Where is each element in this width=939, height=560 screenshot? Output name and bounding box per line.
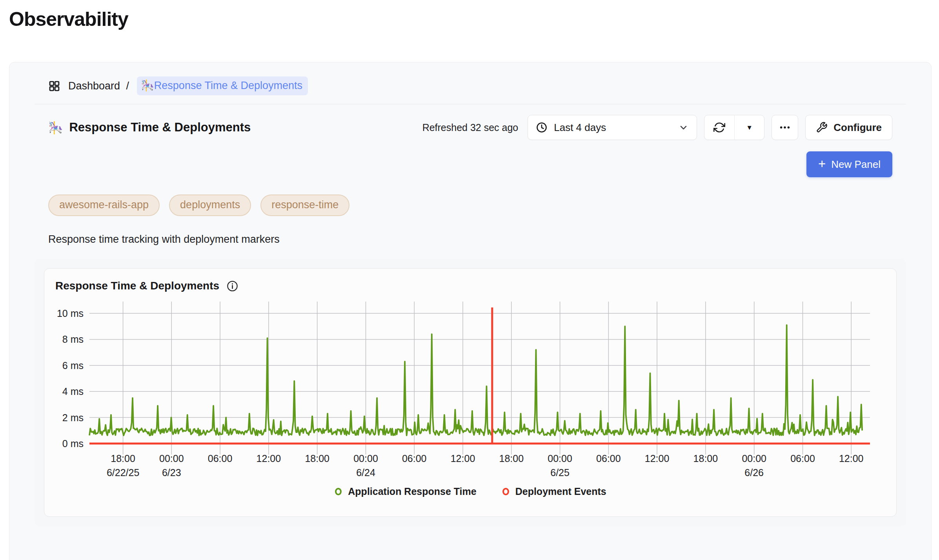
svg-text:0 ms: 0 ms bbox=[62, 438, 84, 449]
svg-text:6/24: 6/24 bbox=[356, 467, 375, 478]
dashboard-description: Response time tracking with deployment m… bbox=[48, 233, 892, 245]
svg-text:8 ms: 8 ms bbox=[62, 334, 84, 345]
breadcrumb-dashboard-link[interactable]: Dashboard / bbox=[68, 80, 129, 92]
svg-text:06:00: 06:00 bbox=[208, 453, 233, 464]
chart-title: Response Time & Deployments bbox=[55, 280, 219, 292]
svg-text:00:00: 00:00 bbox=[742, 453, 766, 464]
breadcrumb: Dashboard / 🎠 Response Time & Deployment… bbox=[48, 76, 892, 95]
tag-pill[interactable]: deployments bbox=[169, 195, 251, 216]
svg-text:4 ms: 4 ms bbox=[62, 386, 84, 397]
svg-text:12:00: 12:00 bbox=[839, 453, 864, 464]
svg-text:06:00: 06:00 bbox=[596, 453, 621, 464]
plus-icon: + bbox=[818, 156, 826, 171]
refresh-options-button[interactable]: ▼ bbox=[734, 115, 764, 140]
info-icon[interactable] bbox=[226, 280, 238, 292]
header-controls: Refreshed 32 sec ago Last 4 days bbox=[422, 115, 892, 140]
new-panel-label: New Panel bbox=[831, 158, 881, 171]
new-panel-button[interactable]: + New Panel bbox=[806, 151, 892, 177]
svg-text:06:00: 06:00 bbox=[402, 453, 427, 464]
svg-text:00:00: 00:00 bbox=[548, 453, 572, 464]
refresh-split-button: ▼ bbox=[704, 115, 764, 140]
svg-text:18:00: 18:00 bbox=[111, 453, 135, 464]
chart-legend: Application Response TimeDeployment Even… bbox=[53, 486, 888, 497]
legend-label: Application Response Time bbox=[348, 486, 476, 497]
chart-card: Response Time & Deployments 18:006/22/25… bbox=[44, 268, 897, 517]
chart-header: Response Time & Deployments bbox=[55, 280, 888, 292]
tag-pill[interactable]: response-time bbox=[260, 195, 349, 216]
refreshed-status: Refreshed 32 sec ago bbox=[422, 122, 519, 133]
svg-text:6/23: 6/23 bbox=[162, 467, 181, 478]
svg-text:00:00: 00:00 bbox=[353, 453, 378, 464]
refresh-icon bbox=[713, 122, 725, 133]
breadcrumb-current-label: Response Time & Deployments bbox=[154, 80, 302, 92]
more-options-button[interactable] bbox=[772, 115, 798, 140]
svg-text:6/25: 6/25 bbox=[550, 467, 570, 478]
breadcrumb-separator: / bbox=[126, 80, 129, 92]
dashboard-title-text: Response Time & Deployments bbox=[69, 120, 251, 135]
svg-text:12:00: 12:00 bbox=[257, 453, 281, 464]
carousel-emoji-icon: 🎠 bbox=[48, 121, 63, 135]
configure-button[interactable]: Configure bbox=[805, 115, 892, 140]
time-range-select[interactable]: Last 4 days bbox=[528, 115, 697, 140]
clock-icon bbox=[536, 122, 548, 133]
legend-marker-icon bbox=[502, 488, 509, 495]
legend-label: Deployment Events bbox=[515, 486, 606, 497]
svg-text:06:00: 06:00 bbox=[790, 453, 815, 464]
legend-item[interactable]: Application Response Time bbox=[335, 486, 476, 497]
svg-text:2 ms: 2 ms bbox=[62, 412, 84, 423]
dashboard-card: Dashboard / 🎠 Response Time & Deployment… bbox=[9, 62, 932, 560]
dashboard-header-title: 🎠 Response Time & Deployments bbox=[48, 120, 251, 135]
carousel-emoji-icon: 🎠 bbox=[141, 79, 154, 92]
svg-text:18:00: 18:00 bbox=[693, 453, 718, 464]
svg-text:18:00: 18:00 bbox=[305, 453, 329, 464]
svg-text:18:00: 18:00 bbox=[499, 453, 524, 464]
svg-text:6 ms: 6 ms bbox=[62, 360, 84, 371]
refresh-button[interactable] bbox=[704, 115, 734, 140]
breadcrumb-dashboard-label: Dashboard bbox=[68, 80, 120, 92]
chevron-down-icon bbox=[678, 122, 689, 133]
page-title: Observability bbox=[9, 8, 932, 31]
svg-text:12:00: 12:00 bbox=[645, 453, 670, 464]
svg-text:6/26: 6/26 bbox=[744, 467, 764, 478]
legend-item[interactable]: Deployment Events bbox=[502, 486, 606, 497]
dashboard-grid-icon[interactable] bbox=[48, 80, 60, 92]
chart-plot: 18:006/22/2500:006/2306:0012:0018:0000:0… bbox=[53, 298, 888, 484]
tags-row: awesome-rails-appdeploymentsresponse-tim… bbox=[48, 195, 892, 216]
caret-down-icon: ▼ bbox=[746, 124, 753, 131]
tools-icon bbox=[816, 122, 828, 133]
divider bbox=[35, 104, 906, 104]
svg-text:6/22/25: 6/22/25 bbox=[107, 467, 139, 478]
legend-marker-icon bbox=[335, 488, 342, 495]
chart-panel: Response Time & Deployments 18:006/22/25… bbox=[35, 259, 906, 526]
svg-text:12:00: 12:00 bbox=[451, 453, 475, 464]
ellipsis-icon bbox=[779, 122, 791, 133]
time-range-value: Last 4 days bbox=[554, 122, 606, 134]
svg-text:00:00: 00:00 bbox=[159, 453, 184, 464]
configure-label: Configure bbox=[833, 122, 882, 134]
breadcrumb-current-link[interactable]: 🎠 Response Time & Deployments bbox=[137, 76, 308, 95]
tag-pill[interactable]: awesome-rails-app bbox=[48, 195, 160, 216]
svg-text:10 ms: 10 ms bbox=[57, 308, 84, 319]
